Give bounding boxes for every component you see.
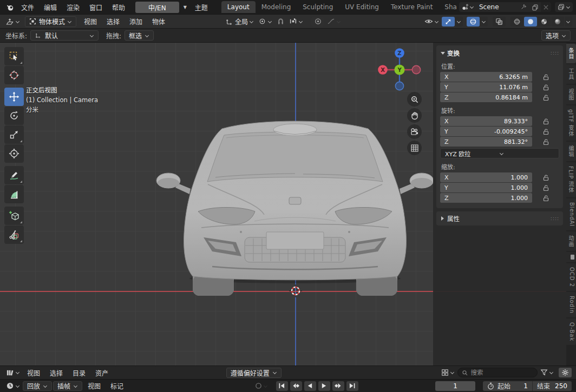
lock-icon[interactable] xyxy=(542,184,549,191)
add-menu[interactable]: 添加 xyxy=(125,15,147,28)
tool-measure[interactable] xyxy=(4,185,24,203)
show-overlays-toggle[interactable] xyxy=(467,17,480,26)
properties-panel-collapse-icon[interactable] xyxy=(440,216,444,221)
menu-edit[interactable]: 编辑 xyxy=(39,1,62,14)
pan-button[interactable] xyxy=(407,108,422,123)
playback-menu[interactable]: 回放 xyxy=(23,381,52,391)
timeline-view-menu[interactable]: 视图 xyxy=(83,380,105,392)
select-menu[interactable]: 选择 xyxy=(102,15,124,28)
jump-to-next-keyframe-button[interactable] xyxy=(332,381,344,391)
sidebar-tab-view[interactable]: 视图 xyxy=(566,85,576,104)
asset-asset-menu[interactable]: 资产 xyxy=(91,367,113,379)
options-dropdown[interactable]: 选项 xyxy=(541,30,571,41)
lock-icon[interactable] xyxy=(542,128,549,135)
tool-cursor[interactable] xyxy=(4,66,24,84)
show-gizmo-toggle[interactable] xyxy=(442,17,455,26)
end-frame-value[interactable]: 250 xyxy=(553,382,567,390)
workspace-tab-uv-editing[interactable]: UV Editing xyxy=(339,1,385,13)
scale-z-field[interactable]: Z1.000 xyxy=(440,193,532,203)
workspace-tab-shading[interactable]: Shading xyxy=(438,1,457,13)
proportional-editing-toggle[interactable] xyxy=(311,17,324,26)
asset-search-box[interactable] xyxy=(457,368,538,377)
tool-cut[interactable] xyxy=(4,225,24,244)
shading-solid-button[interactable] xyxy=(524,17,537,26)
shading-wireframe-button[interactable] xyxy=(510,17,523,26)
stopwatch-icon[interactable] xyxy=(487,382,494,390)
coord-system-dropdown[interactable]: 默认 xyxy=(30,30,99,41)
tool-select-box[interactable] xyxy=(4,47,24,65)
sidebar-tab-ocd2[interactable]: OCD 2 xyxy=(566,263,576,291)
language-dropdown-arrow-icon[interactable]: ▼ xyxy=(184,5,187,10)
play-button[interactable] xyxy=(318,381,330,391)
view-layer-button[interactable] xyxy=(555,2,573,12)
asset-view-menu[interactable]: 视图 xyxy=(23,367,44,379)
lock-icon[interactable] xyxy=(542,74,549,81)
workspace-tab-layout[interactable]: Layout xyxy=(221,1,256,13)
timeline-markers-menu[interactable]: 标记 xyxy=(106,380,128,392)
menu-theme[interactable]: 主题 xyxy=(190,1,213,14)
lock-icon[interactable] xyxy=(542,94,549,101)
shading-material-button[interactable] xyxy=(538,17,551,26)
overlays-dropdown[interactable] xyxy=(480,17,488,26)
panel-drag-dots-icon[interactable]: :::: xyxy=(551,50,559,56)
tool-add-cube[interactable] xyxy=(4,207,24,225)
tool-transform[interactable] xyxy=(4,144,24,163)
rotation-y-field[interactable]: Y-0.009245° xyxy=(440,127,532,136)
navigation-gizmo[interactable]: Z X Y xyxy=(378,48,421,91)
camera-view-button[interactable] xyxy=(407,124,422,139)
rotation-x-field[interactable]: X89.333° xyxy=(440,116,532,126)
object-visibility-dropdown[interactable] xyxy=(423,17,441,26)
sidebar-tab-addon-icon[interactable] xyxy=(566,252,576,262)
shading-rendered-button[interactable] xyxy=(551,17,564,26)
tool-rotate[interactable] xyxy=(4,107,24,125)
location-z-field[interactable]: Z0.86184 m xyxy=(440,92,532,102)
lock-icon[interactable] xyxy=(542,138,549,145)
workspace-tab-texture-paint[interactable]: Texture Paint xyxy=(385,1,438,13)
location-y-field[interactable]: Y11.076 m xyxy=(440,82,532,92)
rotation-z-field[interactable]: Z881.32° xyxy=(440,137,532,147)
sidebar-tab-flip-fluids[interactable]: FLIP 流体 xyxy=(566,162,576,197)
workspace-tab-sculpting[interactable]: Sculpting xyxy=(297,1,339,13)
sidebar-tab-animation[interactable]: 动画 xyxy=(566,231,576,251)
scene-name-field[interactable]: Scene xyxy=(476,2,529,12)
keying-menu[interactable]: 插帧 xyxy=(53,381,82,391)
play-reverse-button[interactable] xyxy=(304,381,316,391)
asset-catalog-menu[interactable]: 目录 xyxy=(68,367,90,379)
sidebar-tab-blendai[interactable]: BlendAI xyxy=(566,198,576,230)
sidebar-tab-rodin[interactable]: Rodin xyxy=(566,292,576,317)
workspace-tab-modeling[interactable]: Modeling xyxy=(256,1,297,13)
jump-to-prev-keyframe-button[interactable] xyxy=(290,381,302,391)
gizmo-axis-z-negative[interactable] xyxy=(395,82,403,90)
language-toggle-button[interactable]: 中/EN xyxy=(135,2,179,13)
location-x-field[interactable]: X6.3265 m xyxy=(440,72,532,82)
display-mode-dropdown[interactable] xyxy=(440,368,456,377)
gizmo-dropdown[interactable] xyxy=(455,17,463,26)
menu-window[interactable]: 窗口 xyxy=(84,1,107,14)
transform-panel-collapse-icon[interactable] xyxy=(440,51,444,55)
jump-to-end-button[interactable] xyxy=(346,381,358,391)
3d-viewport[interactable]: 正交后视图 (1) Collection | Camera 分米 xyxy=(0,43,566,366)
lock-icon[interactable] xyxy=(542,195,549,202)
object-menu[interactable]: 物体 xyxy=(148,15,169,28)
sidebar-tab-qbake[interactable]: Q-Bak xyxy=(566,318,576,345)
gizmo-axis-x-negative[interactable] xyxy=(412,65,420,74)
tool-scale[interactable] xyxy=(4,125,24,144)
menu-help[interactable]: 帮助 xyxy=(107,1,130,14)
sidebar-tab-edit[interactable]: 编辑 xyxy=(566,142,576,161)
rotation-mode-dropdown[interactable]: XYZ 欧拉 xyxy=(440,148,559,158)
menu-file[interactable]: 文件 xyxy=(16,1,39,14)
new-scene-button[interactable] xyxy=(529,2,541,12)
auto-keying-toggle[interactable] xyxy=(253,381,270,390)
timeline-editor-type-button[interactable] xyxy=(4,381,22,391)
pin-icon[interactable] xyxy=(520,4,527,10)
import-method-dropdown[interactable]: 遵循偏好设置 xyxy=(226,368,282,378)
lock-icon[interactable] xyxy=(542,174,549,181)
sidebar-tab-tool[interactable]: 工具 xyxy=(566,64,576,84)
scale-y-field[interactable]: Y1.000 xyxy=(440,183,532,192)
zoom-button[interactable] xyxy=(407,92,422,107)
properties-panel[interactable]: 属性 :::: xyxy=(436,211,563,225)
search-input[interactable] xyxy=(470,369,533,376)
asset-select-menu[interactable]: 选择 xyxy=(45,367,67,379)
filter-dropdown[interactable] xyxy=(539,368,555,377)
tool-move[interactable] xyxy=(4,88,24,106)
